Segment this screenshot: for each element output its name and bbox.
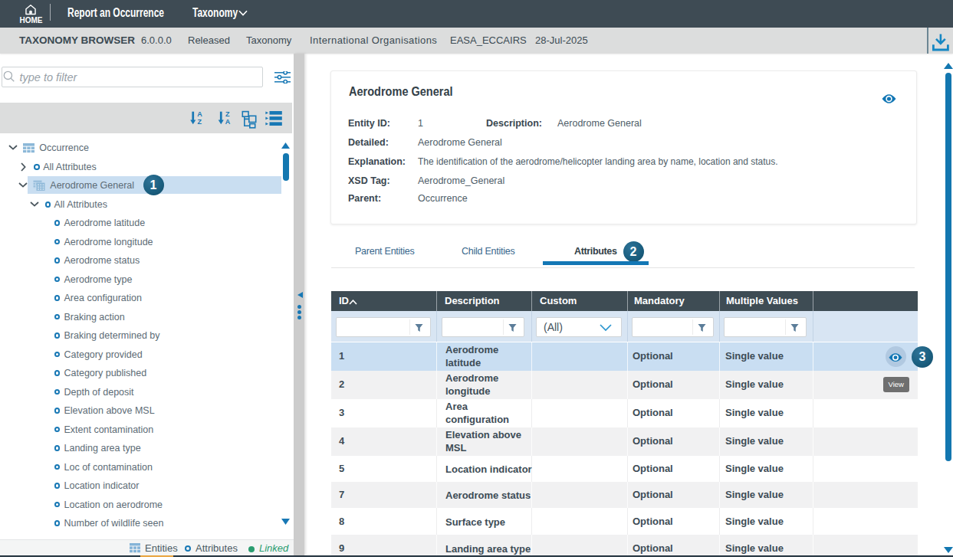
svg-text:Z: Z bbox=[197, 118, 202, 126]
svg-text:Z: Z bbox=[225, 110, 230, 118]
svg-text:A: A bbox=[197, 110, 202, 118]
svg-text:A: A bbox=[225, 118, 231, 126]
